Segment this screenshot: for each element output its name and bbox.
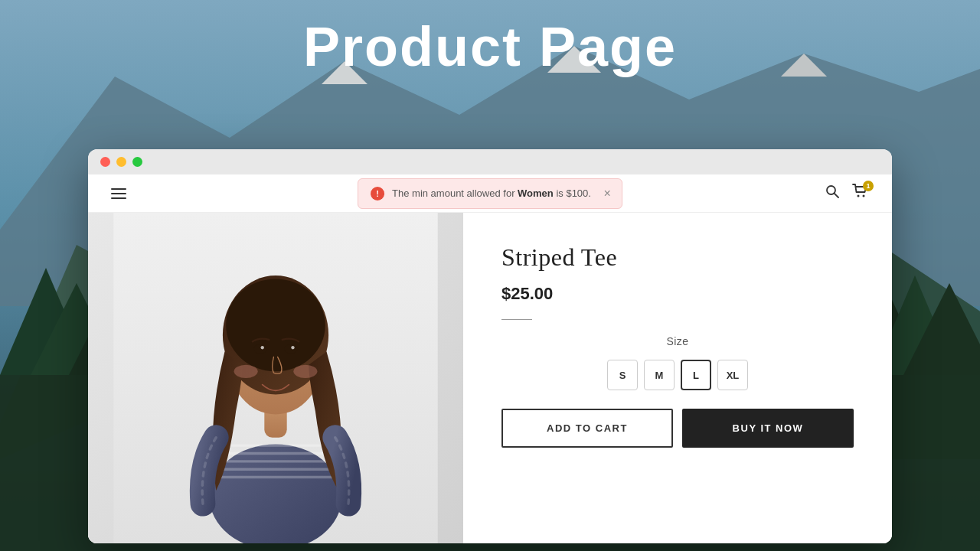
- size-options: S M L XL: [501, 360, 854, 390]
- svg-rect-22: [210, 452, 342, 455]
- svg-rect-25: [210, 476, 342, 478]
- svg-point-30: [253, 344, 266, 354]
- traffic-light-yellow[interactable]: [116, 157, 126, 167]
- search-icon: [825, 184, 840, 199]
- product-name: Striped Tee: [501, 243, 854, 272]
- notification-text: The min amount allowed for Women is $100…: [392, 187, 591, 199]
- size-s-button[interactable]: S: [607, 360, 638, 390]
- product-area: Striped Tee $25.00 Size S M L XL ADD TO …: [88, 213, 892, 543]
- cart-button[interactable]: 1: [852, 184, 869, 203]
- store-header: ! The min amount allowed for Women is $1…: [88, 174, 892, 213]
- svg-point-17: [858, 195, 860, 197]
- svg-point-32: [261, 346, 264, 349]
- svg-point-31: [284, 344, 297, 354]
- action-buttons: ADD TO CART BUY IT NOW: [501, 409, 854, 448]
- svg-point-34: [234, 365, 258, 378]
- add-to-cart-button[interactable]: ADD TO CART: [501, 409, 673, 448]
- svg-line-16: [835, 194, 839, 198]
- notification-close-button[interactable]: ×: [601, 186, 614, 201]
- size-m-button[interactable]: M: [644, 360, 675, 390]
- browser-chrome: [88, 149, 892, 174]
- cart-badge: 1: [863, 181, 874, 191]
- browser-window: ! The min amount allowed for Women is $1…: [88, 149, 892, 543]
- store-content: ! The min amount allowed for Women is $1…: [88, 174, 892, 543]
- product-details: Striped Tee $25.00 Size S M L XL ADD TO …: [463, 213, 892, 543]
- traffic-light-red[interactable]: [100, 157, 110, 167]
- svg-point-33: [291, 346, 294, 349]
- size-xl-button[interactable]: XL: [717, 360, 748, 390]
- svg-point-18: [863, 195, 865, 197]
- svg-point-35: [293, 365, 317, 378]
- price-divider: [501, 319, 532, 320]
- product-price: $25.00: [501, 284, 854, 304]
- svg-point-29: [226, 279, 325, 371]
- traffic-light-green[interactable]: [132, 157, 142, 167]
- product-image: [88, 213, 463, 543]
- hamburger-menu[interactable]: [111, 188, 126, 199]
- notification-banner: ! The min amount allowed for Women is $1…: [358, 178, 622, 209]
- header-right: 1: [825, 184, 869, 203]
- svg-rect-24: [210, 468, 342, 471]
- product-image-section: [88, 213, 463, 543]
- buy-now-button[interactable]: BUY IT NOW: [682, 409, 854, 448]
- svg-rect-23: [210, 460, 342, 462]
- size-label: Size: [501, 335, 854, 347]
- size-l-button[interactable]: L: [681, 360, 711, 390]
- page-title: Product Page: [0, 15, 980, 78]
- notification-error-icon: !: [371, 187, 384, 201]
- search-button[interactable]: [825, 184, 840, 203]
